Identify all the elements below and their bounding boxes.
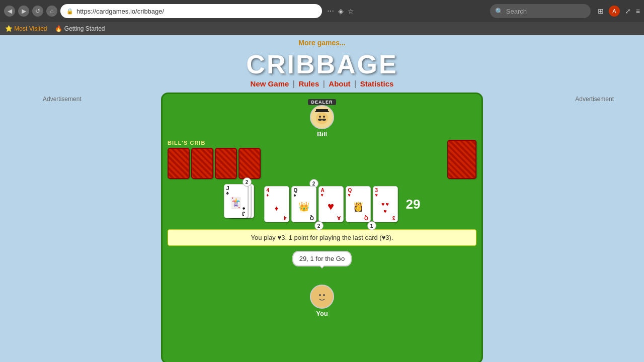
- card-suit-tl: ♠: [226, 191, 229, 196]
- svg-point-3: [318, 119, 322, 121]
- profile-icon: A: [609, 6, 620, 17]
- svg-point-9: [323, 294, 325, 296]
- forward-button[interactable]: ▶: [18, 6, 29, 17]
- about-link[interactable]: About: [329, 79, 350, 88]
- speech-bubble: 29, 1 for the Go: [292, 251, 352, 266]
- crib-card-1: [168, 148, 190, 179]
- bill-center-card: [447, 140, 476, 179]
- svg-point-4: [322, 119, 326, 121]
- speech-bubble-area: 29, 1 for the Go: [292, 251, 352, 269]
- svg-point-2: [316, 112, 328, 124]
- search-bar[interactable]: 🔍 Search: [490, 4, 591, 18]
- dealer-badge: DEALER: [308, 99, 336, 105]
- bookmark-icon: ⋯: [327, 7, 334, 15]
- menu-icon: ≡: [636, 7, 640, 15]
- played-q-hearts: Q ♥ 👸 Q: [346, 186, 371, 222]
- extensions-icon: ⊞: [598, 7, 604, 15]
- played-q-spades: Q ♠ 👑 Q: [291, 186, 316, 222]
- game-board: DEALER: [161, 93, 483, 362]
- q-spades-area: 2 Q ♠ 👑 Q: [291, 186, 316, 222]
- home-button[interactable]: ⌂: [46, 6, 57, 17]
- search-placeholder: Search: [506, 8, 527, 15]
- statistics-link[interactable]: Statistics: [360, 79, 394, 88]
- page-content: Advertisement Advertisement More games..…: [0, 35, 644, 362]
- svg-rect-1: [315, 111, 329, 112]
- play-count: 29: [406, 197, 421, 212]
- player-hand: 2 J ♠ 🃏 J ♠: [224, 184, 254, 224]
- toolbar-icons: ⊞ A ⤢ ≡: [598, 6, 640, 17]
- hand-count-badge: 2: [243, 177, 252, 187]
- played-cards-group: 4 ♦ ♦ 4 2 Q ♠ 👑 Q: [264, 186, 398, 222]
- url-bar[interactable]: 🔒 https://cardgames.io/cribbage/: [60, 4, 322, 18]
- fullscreen-icon: ⤢: [625, 7, 631, 15]
- dealer-area: DEALER: [168, 99, 476, 138]
- you-avatar: [310, 285, 334, 309]
- refresh-button[interactable]: ↺: [32, 6, 43, 17]
- bill-name: Bill: [317, 130, 327, 138]
- url-text: https://cardgames.io/cribbage/: [76, 8, 164, 15]
- count-badge-1-bottom: 1: [367, 221, 376, 231]
- crib-card-4: [238, 148, 261, 179]
- bill-center-card-area: [447, 140, 476, 179]
- most-visited-bookmark[interactable]: ⭐ Most Visited: [5, 25, 47, 32]
- browser-toolbar: ◀ ▶ ↺ ⌂ 🔒 https://cardgames.io/cribbage/…: [0, 0, 644, 22]
- crib-card-3: [215, 148, 237, 179]
- svg-point-8: [319, 294, 321, 296]
- bill-avatar: [310, 105, 334, 129]
- play-area: 2 J ♠ 🃏 J ♠ 4 ♦ ♦: [168, 184, 476, 224]
- svg-point-5: [319, 116, 321, 118]
- browser-chrome: ◀ ▶ ↺ ⌂ 🔒 https://cardgames.io/cribbage/…: [0, 0, 644, 35]
- crib-card-2: [191, 148, 213, 179]
- more-games-link[interactable]: More games...: [298, 39, 345, 47]
- game-wrapper: DEALER: [0, 93, 644, 362]
- pocket-icon: ◈: [338, 7, 344, 15]
- top-bar: More games...: [0, 35, 644, 48]
- star-icon: ☆: [348, 7, 354, 15]
- you-name: You: [316, 310, 328, 317]
- count-badge-2-bottom: 2: [314, 221, 324, 231]
- played-a-hearts: A ♥ ♥ A: [318, 186, 344, 222]
- crib-cards: [168, 148, 261, 179]
- bill-area: BILL'S CRIB: [168, 140, 476, 179]
- message-box: You play ♥3. 1 point for playing the las…: [168, 229, 476, 246]
- played-3-hearts: 3 ♥ ♥ ♥ ♥ 3: [373, 186, 398, 222]
- jack-spades-card[interactable]: 2 J ♠ 🃏 J ♠: [224, 184, 248, 218]
- svg-point-7: [315, 290, 329, 304]
- svg-rect-0: [316, 109, 328, 111]
- getting-started-bookmark[interactable]: 🔥 Getting Started: [55, 25, 105, 32]
- you-area: 29, 1 for the Go You: [168, 251, 476, 317]
- crib-area: BILL'S CRIB: [168, 140, 261, 179]
- card-suit-br: ♠: [243, 206, 245, 212]
- search-icon: 🔍: [495, 8, 503, 15]
- svg-point-6: [323, 116, 325, 118]
- nav-links: New Game | Rules | About | Statistics: [0, 79, 644, 88]
- bookmarks-bar: ⭐ Most Visited 🔥 Getting Started: [0, 22, 644, 35]
- played-4-diamonds: 4 ♦ ♦ 4: [264, 186, 289, 222]
- page-title: CRIBBAGE: [0, 51, 644, 77]
- rules-link[interactable]: Rules: [298, 79, 319, 88]
- back-button[interactable]: ◀: [4, 6, 15, 17]
- crib-label: BILL'S CRIB: [168, 140, 261, 146]
- lock-icon: 🔒: [66, 8, 73, 15]
- new-game-link[interactable]: New Game: [251, 79, 289, 88]
- jack-figure: 🃏: [229, 197, 243, 210]
